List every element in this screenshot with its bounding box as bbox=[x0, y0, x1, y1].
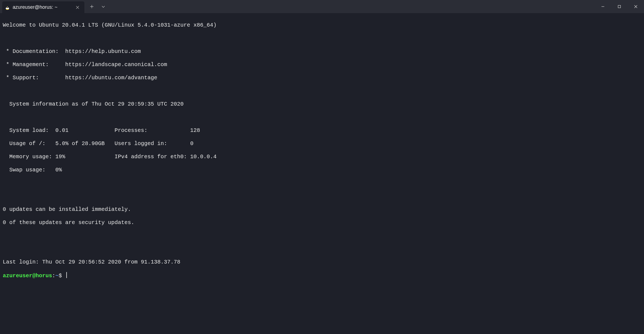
prompt-sep: : bbox=[52, 273, 55, 279]
close-icon bbox=[76, 6, 79, 9]
updates-line-1: 0 updates can be installed immediately. bbox=[3, 206, 641, 213]
blank-line bbox=[3, 180, 641, 186]
svg-point-2 bbox=[6, 9, 8, 10]
svg-point-8 bbox=[7, 7, 8, 7]
motd-link-doc: * Documentation: https://help.ubuntu.com bbox=[3, 48, 641, 55]
updates-line-2: 0 of these updates are security updates. bbox=[3, 219, 641, 226]
sysinfo-row-1: System load: 0.01 Processes: 128 bbox=[3, 127, 641, 134]
minimize-icon bbox=[601, 5, 605, 8]
maximize-button[interactable] bbox=[611, 0, 628, 13]
prompt-path: ~ bbox=[55, 273, 59, 279]
tab-active[interactable]: azureuser@horus: ~ bbox=[2, 1, 84, 13]
prompt-line: azureuser@horus:~$ bbox=[3, 272, 641, 279]
titlebar: azureuser@horus: ~ bbox=[0, 0, 644, 13]
close-icon bbox=[634, 5, 637, 8]
tab-title: azureuser@horus: ~ bbox=[13, 4, 72, 10]
terminal-body[interactable]: Welcome to Ubuntu 20.04.1 LTS (GNU/Linux… bbox=[0, 13, 644, 334]
tabbar-actions bbox=[84, 0, 109, 13]
prompt-sigil: $ bbox=[59, 273, 65, 279]
minimize-button[interactable] bbox=[595, 0, 611, 13]
blank-line bbox=[3, 233, 641, 239]
tab-dropdown-button[interactable] bbox=[98, 0, 109, 13]
svg-point-1 bbox=[6, 5, 8, 8]
cursor bbox=[66, 272, 67, 278]
blank-line bbox=[3, 246, 641, 252]
blank-line bbox=[3, 193, 641, 200]
titlebar-drag-region[interactable] bbox=[109, 0, 595, 13]
tux-icon bbox=[5, 5, 10, 10]
sysinfo-row-3: Memory usage: 19% IPv4 address for eth0:… bbox=[3, 154, 641, 160]
svg-point-6 bbox=[7, 6, 7, 7]
blank-line bbox=[3, 114, 641, 121]
close-window-button[interactable] bbox=[628, 0, 644, 13]
motd-welcome: Welcome to Ubuntu 20.04.1 LTS (GNU/Linux… bbox=[3, 22, 641, 29]
new-tab-button[interactable] bbox=[86, 0, 98, 13]
tab-close-button[interactable] bbox=[75, 4, 81, 10]
chevron-down-icon bbox=[101, 5, 105, 9]
motd-link-support: * Support: https://ubuntu.com/advantage bbox=[3, 75, 641, 81]
sysinfo-row-4: Swap usage: 0% bbox=[3, 167, 641, 173]
blank-line bbox=[3, 88, 641, 94]
tab-strip: azureuser@horus: ~ bbox=[0, 0, 84, 13]
prompt-userhost: azureuser@horus bbox=[3, 273, 52, 279]
blank-line bbox=[3, 35, 641, 42]
maximize-icon bbox=[618, 5, 621, 8]
sysinfo-header: System information as of Thu Oct 29 20:5… bbox=[3, 101, 641, 107]
terminal-window: azureuser@horus: ~ bbox=[0, 0, 644, 334]
plus-icon bbox=[90, 5, 94, 9]
sysinfo-row-2: Usage of /: 5.0% of 28.90GB Users logged… bbox=[3, 140, 641, 147]
svg-point-7 bbox=[8, 6, 8, 7]
window-controls bbox=[595, 0, 644, 13]
motd-link-mgmt: * Management: https://landscape.canonica… bbox=[3, 61, 641, 68]
svg-point-3 bbox=[7, 9, 9, 10]
last-login: Last login: Thu Oct 29 20:56:52 2020 fro… bbox=[3, 259, 641, 265]
svg-rect-9 bbox=[618, 5, 621, 8]
